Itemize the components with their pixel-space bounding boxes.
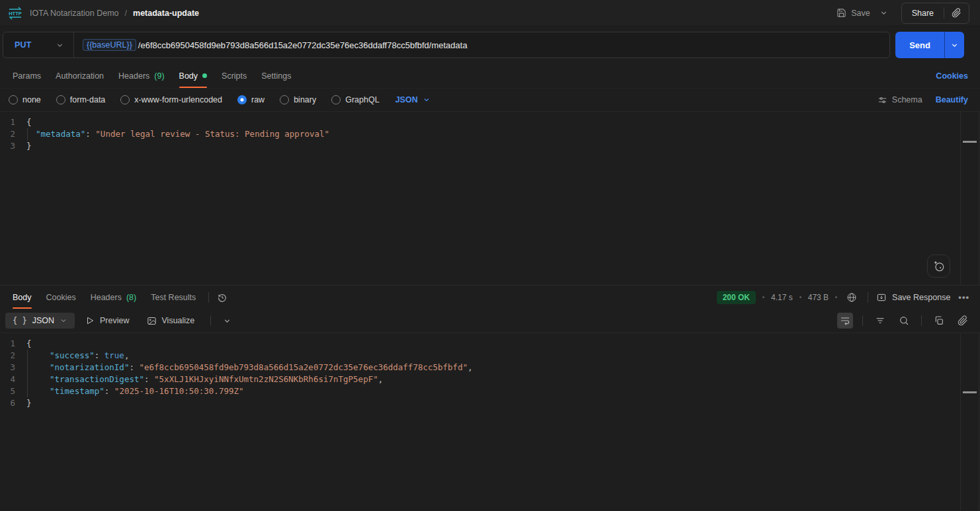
body-type-radio-none[interactable]: none	[9, 95, 41, 104]
tab-label: Headers	[118, 71, 149, 81]
search-icon[interactable]	[896, 313, 912, 329]
sliders-icon	[878, 95, 887, 105]
link-response-button[interactable]	[955, 313, 971, 329]
response-tab-cookies[interactable]: Cookies	[39, 286, 83, 309]
beautify-button[interactable]: Beautify	[936, 95, 968, 104]
response-tab-test-results[interactable]: Test Results	[143, 286, 203, 309]
response-code-area[interactable]: 1{2"success": true,3"notarizationId": "e…	[0, 333, 960, 511]
response-history-button[interactable]	[214, 290, 230, 305]
body-type-radio-binary[interactable]: binary	[280, 95, 316, 104]
save-response-button[interactable]: Save Response	[876, 292, 950, 303]
response-format-selector[interactable]: { } JSON	[5, 313, 75, 329]
response-tab-body[interactable]: Body	[5, 286, 39, 309]
body-type-radio-form-data[interactable]: form-data	[56, 95, 106, 104]
headers-count: (9)	[154, 71, 164, 81]
response-more-options-button[interactable]: •••	[957, 292, 971, 302]
radio-label: x-www-form-urlencoded	[134, 95, 222, 104]
radio-circle[interactable]	[280, 95, 289, 104]
language-selector[interactable]: JSON	[395, 95, 430, 104]
body-type-radio-graphql[interactable]: GraphQL	[331, 95, 379, 104]
request-body-editor[interactable]: 1{2"metadata": "Under legal review - Sta…	[0, 111, 980, 285]
method-chevron-icon	[56, 41, 64, 50]
response-header: Body Cookies Headers (8) Test Results 20…	[0, 285, 980, 309]
save-response-label: Save Response	[892, 293, 950, 302]
send-options-chevron[interactable]	[944, 32, 964, 58]
code-text: }	[26, 140, 32, 152]
visualize-label: Visualize	[162, 316, 195, 325]
api-client-window: HTTP IOTA Notarization Demo / metadata-u…	[0, 0, 980, 511]
tab-body[interactable]: Body	[172, 63, 215, 88]
tab-params[interactable]: Params	[5, 63, 48, 88]
code-text: }	[26, 397, 32, 409]
code-text: "timestamp": "2025-10-16T10:50:30.799Z"	[50, 385, 244, 397]
response-editor-scrollbar[interactable]	[960, 333, 979, 511]
schema-button[interactable]: Schema	[878, 95, 922, 105]
save-response-icon	[876, 292, 887, 303]
breadcrumb-workspace[interactable]: IOTA Notarization Demo	[30, 9, 119, 18]
response-tab-headers[interactable]: Headers (8)	[83, 286, 144, 309]
indent-guide	[27, 350, 50, 362]
save-label: Save	[851, 9, 870, 18]
request-code-area[interactable]: 1{2"metadata": "Under legal review - Sta…	[0, 112, 960, 285]
preview-button[interactable]: Preview	[79, 313, 136, 329]
dot-separator	[835, 296, 837, 298]
radio-circle[interactable]	[56, 95, 65, 104]
copy-response-button[interactable]	[931, 313, 947, 329]
tab-label: Params	[13, 71, 41, 81]
code-line: 2"metadata": "Under legal review - Statu…	[0, 128, 960, 140]
view-options-chevron[interactable]	[220, 314, 234, 328]
network-info-icon[interactable]	[844, 290, 860, 305]
braces-icon: { }	[13, 316, 27, 325]
breadcrumb-request-name[interactable]: metadata-update	[133, 9, 199, 18]
radio-circle[interactable]	[9, 95, 18, 104]
response-size[interactable]: 473 B	[808, 293, 829, 302]
baseurl-variable-chip[interactable]: {{baseURL}}	[83, 39, 136, 51]
copy-link-button[interactable]	[944, 8, 969, 18]
radio-label: GraphQL	[345, 95, 379, 104]
tab-settings[interactable]: Settings	[254, 63, 298, 88]
tab-headers[interactable]: Headers (9)	[111, 63, 172, 88]
request-tabs: Params Authorization Headers (9) Body Sc…	[0, 63, 980, 89]
dot-separator	[762, 296, 764, 298]
schema-label: Schema	[892, 95, 922, 104]
request-editor-scrollbar[interactable]	[960, 112, 979, 285]
code-line: 5"timestamp": "2025-10-16T10:50:30.799Z"	[0, 385, 960, 397]
response-time[interactable]: 4.17 s	[771, 293, 793, 302]
share-button[interactable]: Share	[902, 9, 944, 18]
visualize-button[interactable]: Visualize	[140, 313, 202, 329]
radio-label: raw	[251, 95, 265, 104]
code-text: "metadata": "Under legal review - Status…	[36, 128, 329, 140]
url-input[interactable]: {{baseURL}} /e6f8ccb6950458fd9eb793d8a56…	[74, 39, 889, 51]
scroll-marker	[963, 141, 977, 143]
code-text: {	[26, 338, 32, 350]
cookies-link[interactable]: Cookies	[936, 71, 968, 81]
wrap-text-button[interactable]	[837, 313, 853, 329]
url-box: PUT {{baseURL}} /e6f8ccb6950458fd9eb793d…	[3, 32, 890, 58]
radio-circle[interactable]	[120, 95, 130, 104]
divider	[868, 292, 868, 303]
breadcrumb: HTTP IOTA Notarization Demo / metadata-u…	[7, 6, 199, 20]
save-button[interactable]: Save	[831, 4, 876, 22]
response-meta: 200 OK 4.17 s 473 B Save Response	[717, 286, 971, 309]
method-selector[interactable]: PUT	[3, 40, 73, 50]
share-group: Share	[901, 3, 969, 24]
tab-authorization[interactable]: Authorization	[48, 63, 111, 88]
indent-guide	[27, 385, 50, 397]
body-modified-dot	[202, 73, 207, 78]
radio-label: form-data	[70, 95, 106, 104]
body-type-radio-x-www-form-urlencoded[interactable]: x-www-form-urlencoded	[120, 95, 222, 104]
ai-assistant-button[interactable]	[927, 255, 950, 278]
tab-label: Body	[179, 71, 198, 81]
send-button[interactable]: Send	[895, 32, 944, 58]
body-type-options: noneform-datax-www-form-urlencodedrawbin…	[9, 95, 380, 104]
response-body-editor[interactable]: 1{2"success": true,3"notarizationId": "e…	[0, 333, 980, 511]
tab-scripts[interactable]: Scripts	[214, 63, 254, 88]
status-badge[interactable]: 200 OK	[717, 291, 756, 304]
save-options-chevron[interactable]	[876, 5, 892, 21]
code-text: {	[26, 116, 32, 128]
body-type-radio-raw[interactable]: raw	[237, 95, 265, 104]
radio-circle[interactable]	[237, 95, 247, 104]
svg-text:HTTP: HTTP	[9, 11, 22, 17]
filter-icon[interactable]	[872, 313, 888, 329]
radio-circle[interactable]	[331, 95, 341, 104]
